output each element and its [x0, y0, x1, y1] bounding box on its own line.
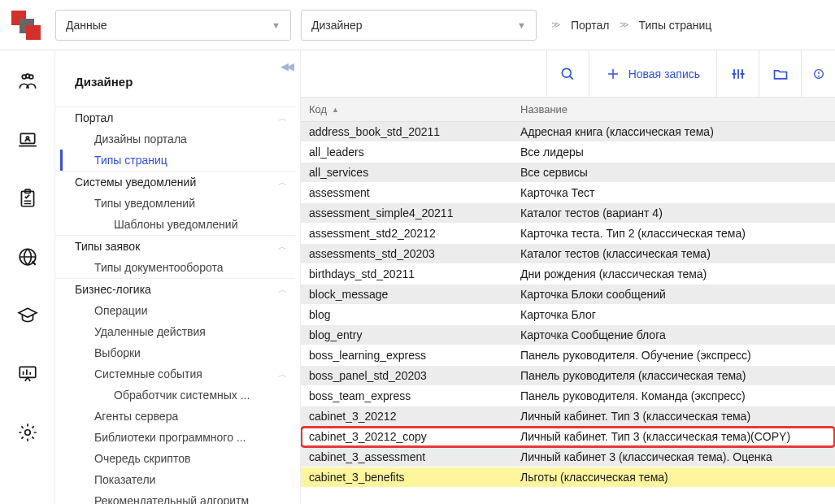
table-row[interactable]: block_messageКарточка Блоки сообщений: [301, 285, 835, 305]
more-button[interactable]: [801, 50, 835, 98]
app-logo: [11, 11, 41, 40]
tree-item[interactable]: Системные события︿: [55, 363, 295, 385]
clipboard-icon[interactable]: [16, 187, 39, 210]
cell-name: Все лидеры: [512, 142, 835, 162]
cell-name: Карточка Блог: [512, 305, 835, 324]
graduation-icon[interactable]: [16, 304, 39, 327]
table-row[interactable]: cabinet_3_20212Личный кабинет. Тип 3 (кл…: [301, 406, 835, 427]
search-button[interactable]: [546, 50, 589, 98]
new-record-button[interactable]: Новая запись: [589, 50, 716, 98]
svg-rect-3: [20, 133, 34, 143]
sidebar: ◀◀ Дизайнер Портал︿Дизайны порталаТипы с…: [55, 50, 301, 504]
tree-item[interactable]: Удаленные действия: [55, 321, 295, 342]
table-row[interactable]: cabinet_3_benefitsЛьготы (классическая т…: [301, 467, 835, 488]
svg-point-2: [25, 74, 29, 78]
cell-code: boss_panel_std_20203: [301, 366, 512, 385]
tree-item[interactable]: Типы страниц: [55, 150, 295, 171]
tree-item[interactable]: Типы уведомлений: [55, 193, 295, 214]
tree-item[interactable]: Библиотеки программного ...: [55, 427, 295, 448]
cell-code: cabinet_3_20212: [301, 406, 512, 426]
chevron-up-icon: ︿: [278, 112, 287, 124]
tree-group[interactable]: Системы уведомлений︿: [55, 171, 295, 193]
cell-name: Каталог тестов (вариант 4): [512, 203, 835, 223]
cell-name: Дни рождения (классическая тема): [512, 264, 835, 284]
tree-group[interactable]: Типы заявок︿: [55, 235, 295, 257]
table-row[interactable]: boss_learning_expressПанель руководителя…: [301, 345, 835, 366]
chevron-right-icon: ≫: [620, 20, 629, 30]
tree-item[interactable]: Агенты сервера: [55, 406, 295, 427]
laptop-icon[interactable]: [16, 128, 39, 151]
cell-name: Панель руководителя. Обучение (экспресс): [512, 345, 835, 365]
col-header-name[interactable]: Название: [512, 98, 835, 121]
sort-asc-icon: ▲: [332, 106, 339, 114]
col-header-code[interactable]: Код ▲: [301, 98, 512, 121]
cell-name: Карточка теста. Тип 2 (классическая тема…: [512, 224, 835, 243]
table-row[interactable]: all_leadersВсе лидеры: [301, 142, 835, 163]
table-row[interactable]: boss_team_expressПанель руководителя. Ко…: [301, 386, 835, 406]
cell-code: cabinet_3_assessment: [301, 447, 512, 467]
gear-icon[interactable]: [16, 421, 39, 444]
cell-code: assessments_std_20203: [301, 244, 512, 263]
tree-group[interactable]: Портал︿: [55, 106, 295, 128]
cell-name: Карточка Сообщение блога: [512, 325, 835, 345]
scope-dropdown[interactable]: Данные ▼: [55, 10, 291, 41]
table-row[interactable]: cabinet_3_assessmentЛичный кабинет 3 (кл…: [301, 447, 835, 467]
cell-code: block_message: [301, 285, 512, 304]
cell-code: address_book_std_20211: [301, 122, 512, 141]
cell-code: blog_entry: [301, 325, 512, 345]
tree-item[interactable]: Типы документооборота: [55, 257, 295, 278]
breadcrumb: ≫ Портал ≫ Типы страниц: [551, 19, 711, 32]
caret-down-icon: ▼: [517, 20, 526, 30]
toolbar: Новая запись: [301, 50, 835, 98]
section-dropdown[interactable]: Дизайнер ▼: [301, 10, 537, 41]
chevron-up-icon: ︿: [278, 368, 287, 380]
cell-name: Личный кабинет 3 (классическая тема). Оц…: [512, 447, 835, 467]
tree-item[interactable]: Рекомендательный алгоритм: [55, 490, 295, 504]
breadcrumb-item[interactable]: Портал: [571, 19, 610, 32]
table-row[interactable]: assessment_std2_20212Карточка теста. Тип…: [301, 224, 835, 244]
table-row[interactable]: address_book_std_20211Адресная книга (кл…: [301, 122, 835, 142]
sidebar-title: Дизайнер: [55, 50, 300, 106]
table-row[interactable]: blog_entryКарточка Сообщение блога: [301, 325, 835, 345]
cell-name: Панель руководителя. Команда (экспресс): [512, 386, 835, 406]
cell-code: assessment_simple4_20211: [301, 203, 512, 223]
grid-header: Код ▲ Название: [301, 98, 835, 122]
cell-name: Личный кабинет. Тип 3 (классическая тема…: [512, 427, 835, 446]
globe-icon[interactable]: [16, 245, 39, 268]
table-row[interactable]: assessmentКарточка Тест: [301, 183, 835, 203]
cell-name: Каталог тестов (классическая тема): [512, 244, 835, 263]
chevron-up-icon: ︿: [278, 241, 287, 253]
data-grid: Код ▲ Название address_book_std_20211Адр…: [301, 98, 835, 504]
breadcrumb-item[interactable]: Типы страниц: [639, 19, 712, 32]
people-icon[interactable]: [16, 70, 39, 93]
tree-item[interactable]: Операции: [55, 300, 295, 321]
presentation-icon[interactable]: [16, 363, 39, 385]
table-row[interactable]: boss_panel_std_20203Панель руководителя …: [301, 366, 835, 386]
folder-button[interactable]: [759, 50, 801, 98]
svg-point-10: [562, 68, 571, 77]
tree-item[interactable]: Шаблоны уведомлений: [55, 214, 295, 235]
table-row[interactable]: assessments_std_20203Каталог тестов (кла…: [301, 244, 835, 264]
tree-item[interactable]: Показатели: [55, 469, 295, 490]
tree-group[interactable]: Бизнес-логика︿: [55, 278, 295, 300]
iconrail: [0, 50, 55, 504]
collapse-sidebar-icon[interactable]: ◀◀: [281, 60, 292, 72]
cell-code: boss_team_express: [301, 386, 512, 406]
tree-item[interactable]: Дизайны портала: [55, 128, 295, 150]
tree-item[interactable]: Выборки: [55, 342, 295, 363]
table-row[interactable]: cabinet_3_20212_copyЛичный кабинет. Тип …: [301, 427, 835, 447]
section-dropdown-label: Дизайнер: [311, 19, 363, 32]
tree-item[interactable]: Очередь скриптов: [55, 448, 295, 469]
cell-code: assessment_std2_20212: [301, 224, 512, 243]
table-row[interactable]: assessment_simple4_20211Каталог тестов (…: [301, 203, 835, 224]
columns-button[interactable]: [716, 50, 759, 98]
cell-name: Карточка Блоки сообщений: [512, 285, 835, 304]
tree-item[interactable]: Обработчик системных ...: [55, 385, 295, 406]
caret-down-icon: ▼: [272, 20, 281, 30]
svg-point-9: [24, 430, 30, 436]
table-row[interactable]: all_servicesВсе сервисы: [301, 163, 835, 183]
table-row[interactable]: birthdays_std_20211Дни рождения (классич…: [301, 264, 835, 285]
table-row[interactable]: blogКарточка Блог: [301, 305, 835, 325]
chevron-right-icon: ≫: [551, 20, 561, 30]
cell-code: boss_learning_express: [301, 345, 512, 365]
